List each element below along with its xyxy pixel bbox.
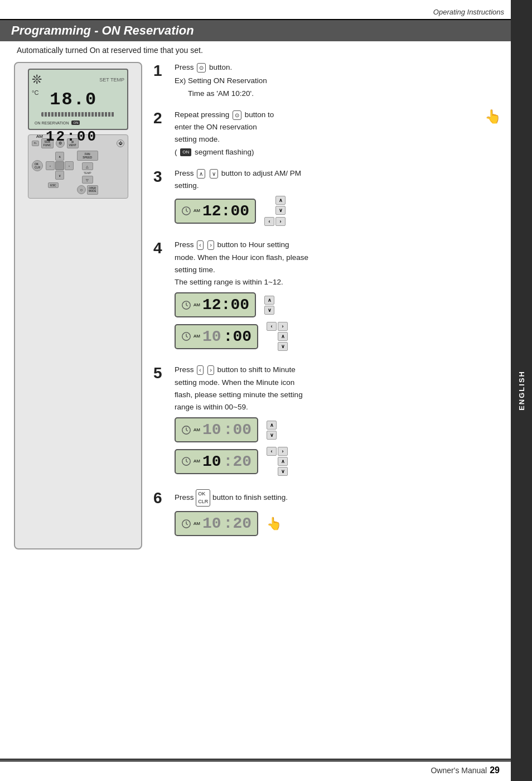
clock-icon-4a (181, 300, 191, 310)
left-arrow-4b[interactable]: ‹ (267, 322, 277, 331)
step-5-display-1: AM 10:00 ∧ ∨ (175, 417, 500, 442)
right-icon-5: › (207, 365, 214, 375)
device-panel: ❊ SET TEMP °C 18.0 ON RESERVATION ON AM (14, 62, 142, 549)
clock-display-4b: AM 10:00 (175, 324, 258, 349)
down-icon-3: ∨ (210, 169, 218, 179)
step-4: 4 Press ‹ › button to Hour setting mode.… (153, 239, 500, 355)
step-3-display: AM 12:00 ∧ ∨ ‹ › (175, 196, 500, 226)
step-1-content: Press ⊙ button. Ex) Setting ON Reservati… (175, 62, 500, 100)
subtitle: Automatically turned On at reserved time… (0, 41, 532, 59)
reservation-btn-icon-2: ⊙ (233, 110, 241, 120)
step-3-arrows: ∧ ∨ ‹ › (264, 196, 286, 226)
time-display-4b-dim: 10 (202, 328, 221, 345)
step-3-text: Press ∧ ∨ button to adjust AM/ PM settin… (175, 168, 500, 192)
step-1-number: 1 (153, 63, 171, 79)
clock-display-5b: AM 10:20 (175, 449, 258, 474)
down-arrow-5a[interactable]: ∨ (267, 431, 277, 440)
clock-icon-5b (181, 456, 191, 466)
right-btn[interactable]: › (65, 161, 74, 170)
step-5a-arrows: ∧ ∨ (267, 421, 277, 440)
down-arrow-3[interactable]: ∨ (275, 206, 286, 215)
clock-icon-3 (181, 206, 191, 216)
fan-speed-btn[interactable]: FANSPEED (77, 151, 98, 161)
down-arrow-5b[interactable]: ∨ (278, 467, 288, 476)
nav-cross: ∧ ‹ › ∨ (46, 152, 74, 180)
step-6-content: Press OKCLR button to finish setting. AM… (175, 489, 500, 541)
svg-line-17 (186, 524, 188, 525)
up-arrow-4b[interactable]: ∧ (278, 332, 288, 341)
down-arrow-4b[interactable]: ∨ (278, 342, 288, 351)
up-arrow-5a[interactable]: ∧ (267, 421, 277, 430)
time-display-5b-dim: :20 (224, 453, 252, 470)
ok-clear-btn[interactable]: OKCLR (32, 160, 43, 171)
step-4-text: Press ‹ › button to Hour setting mode. W… (175, 239, 500, 288)
step-5-content: Press ‹ › button to shift to Minute sett… (175, 364, 500, 480)
ok-clear-icon-6: OKCLR (196, 489, 210, 507)
step-5b-arrows: ‹ › ∧ ∨ (267, 447, 288, 476)
oper-mode-btn[interactable]: OPERMODE (87, 185, 98, 195)
clock-icon-4b (181, 331, 191, 341)
clock-display-6: AM 10:20 (175, 511, 258, 536)
step-2: 2 Repeat pressing ⊙ button to enter the … (153, 109, 500, 159)
footer-text: Owner's Manual (431, 766, 487, 775)
screen-bar (41, 112, 115, 117)
step-6-number: 6 (153, 490, 171, 506)
sidebar-label: ENGLISH (518, 370, 526, 411)
step-3: 3 Press ∧ ∨ button to adjust AM/ PM sett… (153, 168, 500, 231)
temp-down-btn[interactable]: ▽ (82, 176, 93, 184)
svg-line-2 (186, 211, 188, 212)
time-display-4b: :00 (224, 328, 252, 345)
on-badge: ON (71, 120, 80, 125)
step-1: 1 Press ⊙ button. Ex) Setting ON Reserva… (153, 62, 500, 100)
down-btn[interactable]: ∨ (55, 171, 64, 180)
time-display-4a: 12:00 (202, 296, 249, 314)
clock-icon-5a (181, 425, 191, 435)
center-btn[interactable] (55, 161, 64, 170)
controls-right-col: FANSPEED △ TEMP ▽ ○ OPERMODE (77, 151, 98, 195)
up-arrow-5b[interactable]: ∧ (278, 457, 288, 466)
footer: Owner's Manual 29 (0, 759, 511, 781)
time-display-3: 12:00 (202, 203, 249, 220)
right-arrow-5b[interactable]: › (278, 447, 288, 456)
main-content: ❊ SET TEMP °C 18.0 ON RESERVATION ON AM (0, 59, 511, 552)
left-arrow-5b[interactable]: ‹ (267, 447, 277, 456)
up-icon-3: ∧ (197, 169, 205, 179)
svg-line-5 (186, 305, 188, 306)
instructions-panel: 1 Press ⊙ button. Ex) Setting ON Reserva… (148, 59, 505, 552)
sidebar: ENGLISH (511, 0, 532, 781)
reservation-label: ON RESERVATION (35, 121, 69, 125)
time-display-6-dim: 10 (202, 515, 221, 532)
clock-display-5a: AM 10:00 (175, 417, 258, 442)
step-3-content: Press ∧ ∨ button to adjust AM/ PM settin… (175, 168, 500, 231)
header-title: Operating Instructions (433, 8, 504, 16)
temp-ctrl: △ TEMP ▽ (78, 162, 97, 184)
down-arrow-4a[interactable]: ∨ (264, 306, 274, 315)
clock-icon-6 (181, 519, 191, 529)
left-arrow-3[interactable]: ‹ (264, 217, 274, 226)
snow-icon: ❊ (32, 73, 42, 87)
right-arrow-4b[interactable]: › (278, 322, 288, 331)
step-4-content: Press ‹ › button to Hour setting mode. W… (175, 239, 500, 355)
right-arrow-3[interactable]: › (275, 217, 286, 226)
left-icon-4: ‹ (197, 240, 203, 250)
hand-icon-6: 👆 (267, 517, 282, 531)
time-display-5a-dim2: :00 (224, 421, 252, 438)
time-display: 12:00 (46, 128, 98, 145)
time-display-5b-1: 10 (202, 453, 221, 470)
step-6: 6 Press OKCLR button to finish setting. (153, 489, 500, 541)
step-1-text: Press ⊙ button. Ex) Setting ON Reservati… (175, 62, 500, 99)
time-display-5a-dim1: 10 (202, 421, 221, 438)
temp-up-btn[interactable]: △ (82, 162, 93, 170)
left-btn[interactable]: ‹ (46, 161, 55, 170)
esc-btn[interactable]: ESC (48, 182, 58, 188)
reservation-btn-icon-1: ⊙ (197, 63, 206, 73)
mode-circle-btn[interactable]: ○ (77, 185, 86, 194)
right-icon-4: › (207, 240, 214, 250)
up-arrow-4a[interactable]: ∧ (264, 296, 274, 305)
step-2-content: Repeat pressing ⊙ button to enter the ON… (175, 109, 500, 159)
up-arrow-3[interactable]: ∧ (275, 196, 286, 205)
time-display-6: :20 (224, 515, 252, 532)
left-icon-5: ‹ (197, 365, 203, 375)
step-6-text: Press OKCLR button to finish setting. (175, 489, 500, 507)
up-btn[interactable]: ∧ (55, 152, 64, 161)
